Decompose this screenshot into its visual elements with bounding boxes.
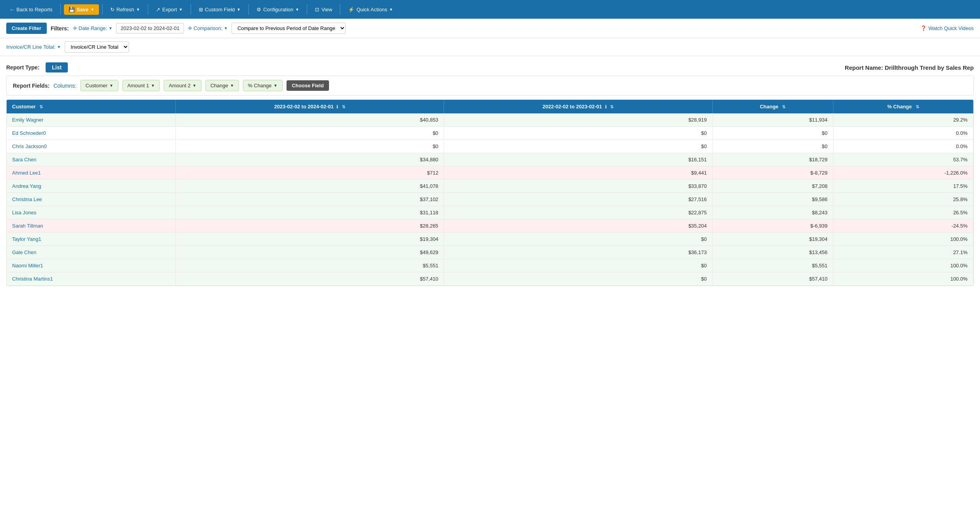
col-header-customer[interactable]: Customer ⇅ — [7, 100, 175, 113]
cell-pct-change: 100.0% — [833, 233, 973, 246]
quick-actions-button[interactable]: ⚡ Quick Actions ▼ — [343, 4, 398, 15]
col-header-amount1[interactable]: 2023-02-02 to 2024-02-01 ℹ ⇅ — [175, 100, 444, 113]
table-row: Lisa Jones$31,118$22,875$8,24326.5% — [7, 206, 973, 219]
cell-amount1: $34,880 — [175, 153, 444, 166]
cell-customer[interactable]: Andrea Yang — [7, 180, 175, 193]
cell-change: $8,243 — [712, 206, 833, 219]
cell-amount2: $28,919 — [444, 113, 713, 127]
cell-change: $57,410 — [712, 272, 833, 286]
chevron-down-icon-amt2: ▼ — [193, 83, 196, 88]
export-button[interactable]: ↗ Export ▼ — [151, 4, 187, 15]
col-header-amount2[interactable]: 2022-02-02 to 2023-02-01 ℹ ⇅ — [444, 100, 713, 113]
cell-amount2: $9,441 — [444, 166, 713, 180]
amount1-field-button[interactable]: Amount 1 ▼ — [122, 80, 160, 91]
col-header-change[interactable]: Change ⇅ — [712, 100, 833, 113]
date-range-filter[interactable]: ✛ Date Range: ▼ — [73, 25, 113, 31]
table-row: Sarah Tillman$28,265$35,204$-6,939-24.5% — [7, 219, 973, 233]
cell-amount2: $27,516 — [444, 193, 713, 206]
cell-pct-change: 17.5% — [833, 180, 973, 193]
cell-customer[interactable]: Chris Jackson0 — [7, 140, 175, 153]
sub-filter-link[interactable]: Invoice/CR Line Total: ▼ — [6, 44, 61, 50]
cell-customer[interactable]: Sara Chen — [7, 153, 175, 166]
cell-customer[interactable]: Sarah Tillman — [7, 219, 175, 233]
cell-customer[interactable]: Ahmed Lee1 — [7, 166, 175, 180]
info-icon-amt2[interactable]: ℹ — [605, 104, 607, 109]
create-filter-button[interactable]: Create Filter — [6, 23, 47, 34]
chevron-down-icon-custom: ▼ — [237, 7, 241, 12]
cell-customer[interactable]: Gale Chen — [7, 246, 175, 259]
back-to-reports-button[interactable]: ← Back to Reports — [5, 4, 57, 15]
table-row: Ed Schroeder0$0$0$00.0% — [7, 127, 973, 140]
cell-pct-change: 0.0% — [833, 140, 973, 153]
cell-amount1: $31,118 — [175, 206, 444, 219]
back-arrow-icon: ← — [9, 7, 14, 12]
cell-pct-change: 26.5% — [833, 206, 973, 219]
report-fields-bar: Report Fields: Columns: Customer ▼ Amoun… — [6, 76, 974, 95]
cell-change: $-6,939 — [712, 219, 833, 233]
sort-icon-amt1: ⇅ — [342, 104, 345, 109]
change-field-button[interactable]: Change ▼ — [205, 80, 239, 91]
cell-customer[interactable]: Taylor Yang1 — [7, 233, 175, 246]
cell-amount1: $57,410 — [175, 272, 444, 286]
comparison-filter[interactable]: ✛ Comparison: ▼ — [188, 25, 228, 31]
cell-change: $-8,729 — [712, 166, 833, 180]
chevron-down-icon-sub: ▼ — [57, 45, 61, 49]
date-range-value[interactable]: 2023-02-02 to 2024-02-01 — [116, 23, 184, 34]
lightning-icon: ⚡ — [348, 7, 354, 12]
save-button[interactable]: 💾 Save ▼ — [64, 4, 99, 15]
cell-customer[interactable]: Ed Schroeder0 — [7, 127, 175, 140]
cell-customer[interactable]: Emily Wagner — [7, 113, 175, 127]
view-icon: ⊡ — [315, 7, 319, 12]
chevron-down-icon-config: ▼ — [295, 7, 299, 12]
cell-amount1: $712 — [175, 166, 444, 180]
chevron-down-icon-refresh: ▼ — [136, 7, 140, 12]
configuration-button[interactable]: ⚙ Configuration ▼ — [252, 4, 304, 15]
chevron-down-icon-comp: ▼ — [224, 26, 228, 30]
report-fields-label: Report Fields: — [13, 83, 50, 89]
cell-customer[interactable]: Christina Martins1 — [7, 272, 175, 286]
refresh-button[interactable]: ↻ Refresh ▼ — [106, 4, 145, 15]
crosshair-icon: ✛ — [73, 25, 77, 31]
report-title-area: Report Type: List Report Name: Drillthro… — [0, 56, 980, 76]
amount2-field-button[interactable]: Amount 2 ▼ — [164, 80, 202, 91]
toolbar-separator-6 — [307, 4, 307, 15]
view-button[interactable]: ⊡ View — [310, 4, 337, 15]
cell-amount1: $49,629 — [175, 246, 444, 259]
sub-filter-select[interactable]: Invoice/CR Line Total — [65, 41, 129, 53]
table-row: Naomi Miller1$5,551$0$5,551100.0% — [7, 259, 973, 272]
custom-field-button[interactable]: ⊞ Custom Field ▼ — [194, 4, 245, 15]
watch-quick-videos-link[interactable]: ❓ Watch Quick Videos — [920, 25, 974, 31]
filters-label: Filters: — [51, 25, 69, 32]
columns-label: Columns: — [53, 83, 76, 89]
pct-change-field-button[interactable]: % Change ▼ — [243, 80, 283, 91]
cell-pct-change: 100.0% — [833, 272, 973, 286]
data-table-container: Customer ⇅ 2023-02-02 to 2024-02-01 ℹ ⇅ … — [6, 99, 974, 286]
table-header-row: Customer ⇅ 2023-02-02 to 2024-02-01 ℹ ⇅ … — [7, 100, 973, 113]
customer-field-button[interactable]: Customer ▼ — [80, 80, 118, 91]
cell-amount2: $0 — [444, 233, 713, 246]
toolbar: ← Back to Reports 💾 Save ▼ ↻ Refresh ▼ ↗… — [0, 0, 980, 19]
choose-field-button[interactable]: Choose Field — [287, 80, 329, 91]
report-name-value: Drillthrough Trend by Sales Rep — [885, 64, 974, 71]
col-header-pct-change[interactable]: % Change ⇅ — [833, 100, 973, 113]
sort-icon-pct: ⇅ — [916, 104, 919, 109]
cell-customer[interactable]: Christina Lee — [7, 193, 175, 206]
info-icon-amt1[interactable]: ℹ — [336, 104, 338, 109]
cell-change: $19,304 — [712, 233, 833, 246]
cell-customer[interactable]: Naomi Miller1 — [7, 259, 175, 272]
cell-change: $0 — [712, 140, 833, 153]
table-row: Christina Lee$37,102$27,516$9,58625.8% — [7, 193, 973, 206]
table-row: Ahmed Lee1$712$9,441$-8,729-1,226.0% — [7, 166, 973, 180]
chevron-down-icon-export: ▼ — [179, 7, 183, 12]
table-row: Chris Jackson0$0$0$00.0% — [7, 140, 973, 153]
chevron-down-icon-qa: ▼ — [389, 7, 393, 12]
cell-amount2: $33,870 — [444, 180, 713, 193]
table-row: Andrea Yang$41,078$33,870$7,20817.5% — [7, 180, 973, 193]
cell-amount2: $22,875 — [444, 206, 713, 219]
comparison-select[interactable]: Compare to Previous Period of Date Range — [232, 23, 346, 34]
sort-icon-change: ⇅ — [782, 104, 785, 109]
cell-customer[interactable]: Lisa Jones — [7, 206, 175, 219]
cell-amount1: $0 — [175, 140, 444, 153]
cell-amount1: $41,078 — [175, 180, 444, 193]
cell-change: $5,551 — [712, 259, 833, 272]
